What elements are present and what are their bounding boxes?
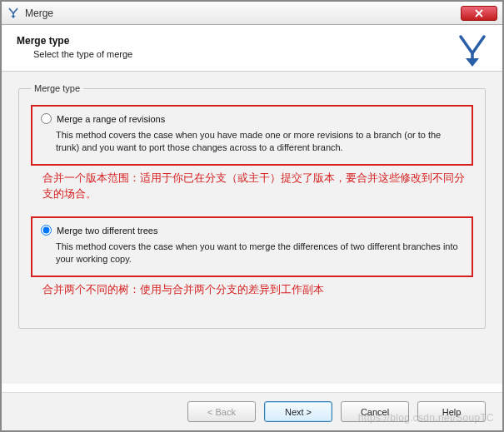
option-range-of-revisions: Merge a range of revisions This method c… — [31, 105, 473, 166]
option-two-trees: Merge two different trees This method co… — [31, 216, 473, 277]
annotation-two-trees: 合并两个不同的树：使用与合并两个分支的差异到工作副本 — [42, 282, 473, 298]
titlebar: Merge — [2, 2, 502, 25]
page-subtitle: Select the type of merge — [33, 49, 487, 59]
next-button[interactable]: Next > — [264, 401, 332, 422]
merge-large-icon — [454, 33, 491, 70]
close-button[interactable] — [461, 6, 497, 21]
merge-type-group: Merge type Merge a range of revisions Th… — [18, 83, 486, 329]
window-title: Merge — [25, 7, 53, 19]
option-description: This method covers the case when you hav… — [56, 129, 463, 154]
option-label: Merge two different trees — [57, 226, 157, 236]
merge-app-icon — [7, 7, 20, 20]
help-button[interactable]: Help — [417, 401, 486, 422]
page-title: Merge type — [17, 35, 487, 47]
wizard-header: Merge type Select the type of merge — [2, 25, 502, 72]
annotation-range: 合并一个版本范围：适用于你已在分支（或主干）提交了版本，要合并这些修改到不同分支… — [42, 171, 473, 202]
radio-range-of-revisions[interactable] — [41, 113, 52, 124]
cancel-button[interactable]: Cancel — [341, 401, 409, 422]
option-description: This method covers the case when you wan… — [56, 241, 463, 266]
wizard-button-bar: < Back Next > Cancel Help — [2, 392, 502, 430]
radio-two-trees[interactable] — [41, 225, 52, 236]
back-button[interactable]: < Back — [187, 401, 256, 422]
option-label: Merge a range of revisions — [57, 114, 165, 124]
wizard-content: Merge type Merge a range of revisions Th… — [2, 72, 502, 384]
group-legend: Merge type — [31, 83, 83, 93]
